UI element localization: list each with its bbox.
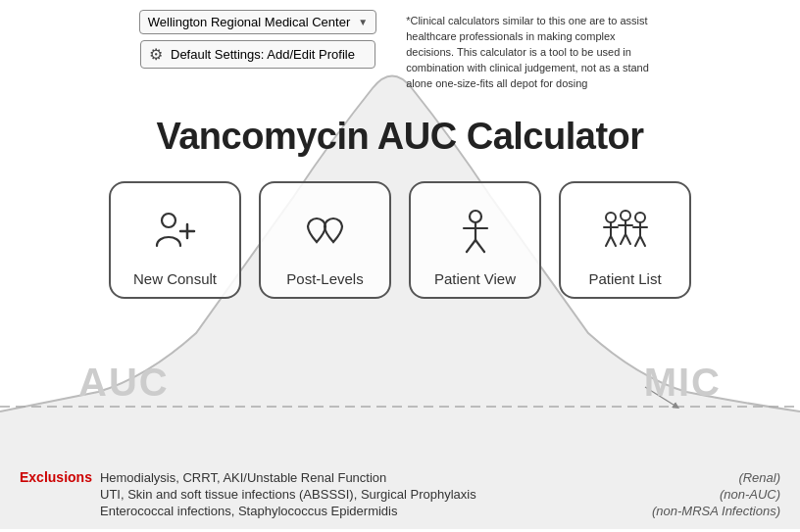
auc-label: AUC (78, 361, 170, 405)
disclaimer-text: *Clinical calculators similar to this on… (406, 14, 661, 92)
svg-line-24 (640, 236, 645, 246)
patient-list-card[interactable]: Patient List (559, 181, 691, 299)
page-title: Vancomycin AUC Calculator (0, 116, 800, 158)
exclusion-line-2-row: UTI, Skin and soft tissue infections (AB… (20, 487, 476, 502)
exclusion-header-line: Exclusions Hemodialysis, CRRT, AKI/Unsta… (20, 469, 476, 485)
svg-line-14 (611, 236, 616, 246)
exclusion-line-3-row: Enterococcal infections, Staphylococcus … (20, 504, 476, 518)
top-bar: Wellington Regional Medical Center ▼ ⚙ D… (0, 10, 800, 92)
post-levels-card[interactable]: Post-Levels (259, 181, 391, 299)
top-controls: Wellington Regional Medical Center ▼ ⚙ D… (139, 10, 376, 69)
dropdown-arrow-icon: ▼ (358, 17, 368, 27)
settings-label: Default Settings: Add/Edit Profile (171, 47, 355, 62)
svg-point-20 (635, 213, 645, 222)
hospital-label: Wellington Regional Medical Center (148, 15, 350, 29)
hospital-select[interactable]: Wellington Regional Medical Center ▼ (139, 10, 376, 34)
new-consult-card[interactable]: New Consult (109, 181, 241, 299)
patient-list-icon (599, 197, 652, 265)
right-note-2: (non-AUC) (720, 487, 780, 502)
svg-line-13 (606, 236, 611, 246)
svg-point-2 (162, 214, 175, 227)
exclusion-line-2: UTI, Skin and soft tissue infections (AB… (100, 487, 476, 502)
svg-point-15 (621, 211, 630, 220)
exclusions-title: Exclusions (20, 469, 92, 485)
actions-row: New Consult Post-Levels Patient View (0, 181, 800, 299)
svg-line-8 (467, 240, 475, 252)
settings-row[interactable]: ⚙ Default Settings: Add/Edit Profile (140, 40, 375, 69)
post-levels-label: Post-Levels (286, 270, 363, 287)
right-note-3: (non-MRSA Infections) (652, 504, 780, 518)
svg-line-19 (625, 234, 630, 244)
gear-icon: ⚙ (149, 45, 163, 64)
exclusion-line-3: Enterococcal infections, Staphylococcus … (100, 504, 397, 518)
patient-view-card[interactable]: Patient View (409, 181, 541, 299)
new-consult-icon (149, 197, 202, 265)
exclusions-right-notes: (Renal) (non-AUC) (non-MRSA Infections) (652, 470, 780, 518)
svg-line-9 (475, 240, 484, 252)
post-levels-icon (299, 197, 352, 265)
svg-point-5 (470, 211, 481, 222)
right-note-1: (Renal) (738, 470, 780, 485)
exclusions-section: Exclusions Hemodialysis, CRRT, AKI/Unsta… (20, 469, 476, 518)
exclusion-line-1: Hemodialysis, CRRT, AKI/Unstable Renal F… (100, 470, 386, 485)
mic-label: MIC (644, 361, 722, 405)
patient-view-label: Patient View (434, 270, 516, 287)
svg-point-10 (606, 213, 616, 222)
svg-line-23 (635, 236, 640, 246)
patient-list-label: Patient List (588, 270, 661, 287)
new-consult-label: New Consult (133, 270, 217, 287)
svg-line-18 (621, 234, 625, 244)
patient-view-icon (449, 197, 502, 265)
